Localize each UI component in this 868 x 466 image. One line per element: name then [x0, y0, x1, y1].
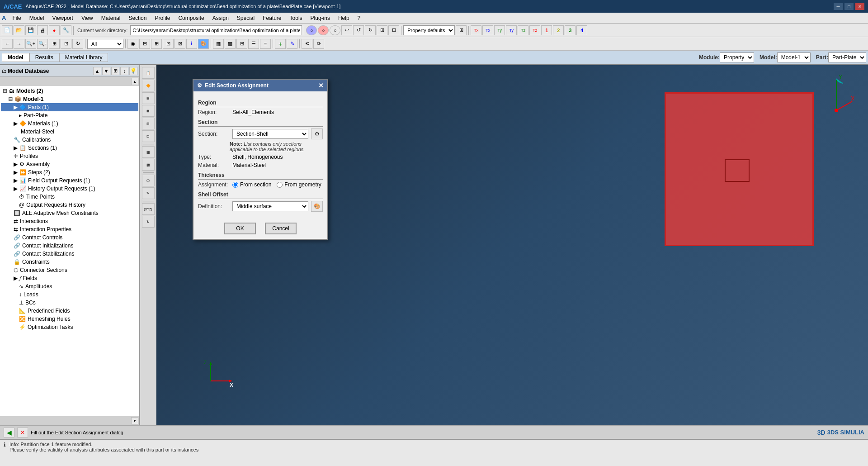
tree-fields[interactable]: ▶ 𝑓 Fields: [1, 274, 138, 282]
arrow-btn[interactable]: ↩: [341, 25, 352, 35]
mesh-view-btn3[interactable]: ⊞: [236, 39, 247, 49]
scroll-down[interactable]: ▼: [131, 417, 138, 424]
vtb-rebar[interactable]: ⊠: [142, 105, 155, 117]
tree-steps[interactable]: ▶ ⏩ Steps (2): [1, 168, 138, 176]
tree-down-btn[interactable]: ▼: [102, 67, 110, 75]
save-btn[interactable]: 💾: [25, 25, 36, 35]
tree-remeshing-rules[interactable]: 🔀 Remeshing Rules: [1, 315, 138, 323]
num3[interactable]: 3: [565, 25, 576, 35]
stop-btn[interactable]: ✕: [17, 428, 28, 437]
view-btn7[interactable]: 🎨: [198, 39, 209, 49]
section-edit-btn[interactable]: ⚙: [311, 128, 323, 139]
tree-ale-constraints[interactable]: 🔲 ALE Adaptive Mesh Constraints: [1, 209, 138, 217]
edit-btn[interactable]: ✎: [287, 39, 297, 49]
menu-section[interactable]: Section: [125, 14, 150, 22]
tree-light-btn[interactable]: 💡: [129, 67, 137, 75]
tree-expand-btn[interactable]: ↕: [120, 67, 128, 75]
tab-model[interactable]: Model: [2, 53, 29, 62]
menu-viewport[interactable]: Viewport: [48, 14, 76, 22]
mesh-view-btn1[interactable]: ▦: [213, 39, 224, 49]
tree-material-steel[interactable]: Material-Steel: [1, 128, 138, 136]
menu-file[interactable]: File: [9, 14, 24, 22]
vtb-tangent[interactable]: ⊡: [142, 130, 155, 142]
view-btn2[interactable]: ⊟: [139, 39, 150, 49]
menu-assign[interactable]: Assign: [209, 14, 232, 22]
tree-history-output[interactable]: ▶ 📈 History Output Requests (1): [1, 185, 138, 193]
tree-calibrations[interactable]: 🔧 Calibrations: [1, 136, 138, 144]
vtb-solid[interactable]: ▩: [142, 159, 155, 171]
menu-special[interactable]: Special: [233, 14, 258, 22]
tab-material-library[interactable]: Material Library: [59, 53, 108, 62]
open-btn[interactable]: 📂: [14, 25, 24, 35]
property-defaults-dropdown[interactable]: Property defaults: [403, 25, 455, 35]
vtb-section-assign[interactable]: 📋: [142, 67, 155, 79]
menu-tools[interactable]: Tools: [286, 14, 306, 22]
tree-loads[interactable]: ↓ Loads: [1, 290, 138, 299]
tree-model1[interactable]: ⊟ 📦 Model-1: [1, 95, 138, 103]
transform-btn1[interactable]: ⟲: [302, 39, 312, 49]
tree-contact-controls[interactable]: 🔗 Contact Controls: [1, 233, 138, 242]
axis-btn1[interactable]: Tx: [471, 25, 481, 35]
definition-dropdown[interactable]: Middle surface: [232, 201, 308, 211]
fwd-btn[interactable]: →: [14, 39, 24, 49]
zoom-in[interactable]: 🔍+: [25, 39, 36, 49]
tree-time-points[interactable]: ⏱ Time Points: [1, 193, 138, 201]
tree-contact-stab[interactable]: 🔗 Contact Stabilizations: [1, 250, 138, 258]
vtb-normal[interactable]: ⊟: [142, 118, 155, 129]
tree-amplitudes[interactable]: ∿ Amplitudes: [1, 282, 138, 290]
tree-models-root[interactable]: ⊟ 🗂 Models (2): [1, 87, 138, 95]
tree-predefined-fields[interactable]: 📐 Predefined Fields: [1, 307, 138, 315]
radio-from-geometry-input[interactable]: [277, 182, 283, 188]
vtb-xyz[interactable]: (XYZ): [142, 203, 155, 215]
tree-part-plate[interactable]: ▸ Part-Plate: [1, 111, 138, 119]
zoom-box[interactable]: ⊞: [49, 39, 60, 49]
tree-optimization-tasks[interactable]: ⚡ Optimization Tasks: [1, 323, 138, 331]
undo-btn[interactable]: ↺: [353, 25, 364, 35]
vtb-connector[interactable]: ⬡: [142, 175, 155, 186]
select-filter[interactable]: All: [87, 39, 123, 49]
vtb-orient[interactable]: ⊞: [142, 92, 155, 104]
cancel-button[interactable]: Cancel: [265, 223, 297, 234]
tree-interactions[interactable]: ⇄ Interactions: [1, 217, 138, 225]
ok-button[interactable]: OK: [224, 223, 256, 234]
tree-contact-init[interactable]: 🔗 Contact Initializations: [1, 242, 138, 250]
part-dropdown[interactable]: Part-Plate: [828, 52, 866, 62]
add-btn[interactable]: +: [275, 39, 286, 49]
back-arrow[interactable]: ◀: [4, 428, 14, 437]
red-dot-btn[interactable]: ●: [49, 25, 60, 35]
transform-btn2[interactable]: ⟳: [313, 39, 324, 49]
menu-plugins[interactable]: Plug-ins: [307, 14, 334, 22]
tree-field-output[interactable]: ▶ 📊 Field Output Requests (1): [1, 176, 138, 185]
dialog-close-button[interactable]: ✕: [318, 82, 324, 89]
menu-profile[interactable]: Profile: [151, 14, 174, 22]
tree-connector-sections[interactable]: ⬡ Connector Sections: [1, 266, 138, 274]
vtb-shell[interactable]: ▦: [142, 146, 155, 158]
menu-model[interactable]: Model: [26, 14, 48, 22]
num4[interactable]: 4: [576, 25, 587, 35]
num1[interactable]: 1: [541, 25, 552, 35]
tree-materials[interactable]: ▶ 🔶 Materials (1): [1, 119, 138, 128]
vtb-rotate3d[interactable]: ↻: [142, 216, 155, 228]
viewport[interactable]: Y X X Z: [156, 65, 868, 425]
axis-btn5[interactable]: Tz: [518, 25, 528, 35]
tree-copy-btn[interactable]: ⊞: [111, 67, 119, 75]
icon-btn3[interactable]: ⊡: [388, 25, 399, 35]
menu-feature[interactable]: Feature: [259, 14, 285, 22]
view-btn4[interactable]: ⊡: [163, 39, 174, 49]
radio-from-section[interactable]: From section: [232, 181, 271, 188]
tree-interaction-props[interactable]: ⇆ Interaction Properties: [1, 225, 138, 233]
workdir-input[interactable]: [130, 25, 302, 35]
circle-btn3[interactable]: ○: [330, 25, 340, 35]
close-button[interactable]: ✕: [855, 3, 864, 10]
redo-btn[interactable]: ↻: [365, 25, 376, 35]
tree-bcs[interactable]: ⊥ BCs: [1, 299, 138, 307]
tree-constraints[interactable]: 🔒 Constraints: [1, 258, 138, 266]
menu-view[interactable]: View: [78, 14, 97, 22]
section-dropdown[interactable]: Section-Shell: [232, 129, 308, 139]
fit-view[interactable]: ⊡: [61, 39, 71, 49]
view-btn6[interactable]: ℹ: [186, 39, 197, 49]
axis-btn4[interactable]: Ty: [506, 25, 517, 35]
tab-results[interactable]: Results: [29, 53, 59, 62]
tree-parts[interactable]: ▶ 🔷 Parts (1): [1, 103, 138, 111]
num2[interactable]: 2: [553, 25, 564, 35]
